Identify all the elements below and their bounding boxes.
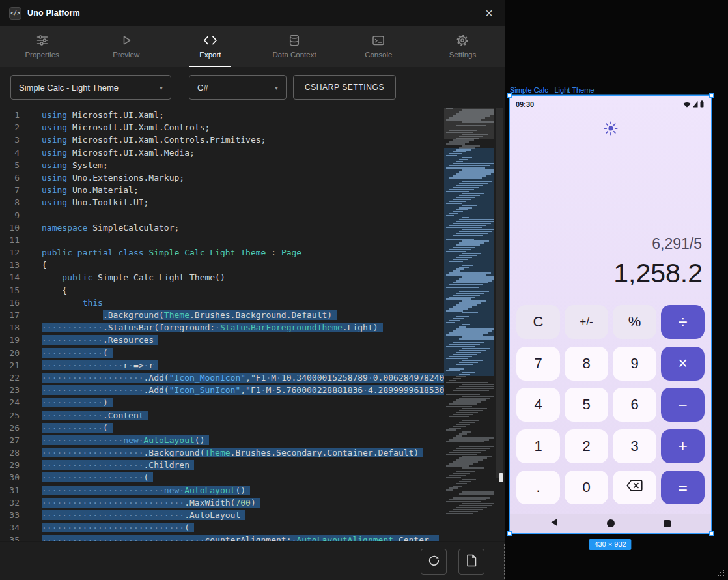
uno-platform-panel: </> Uno Platform × PropertiesPreviewExpo… xyxy=(0,0,505,580)
tab-properties[interactable]: Properties xyxy=(0,26,84,67)
calc-button-divide[interactable]: ÷ xyxy=(661,305,705,339)
line-number: 9 xyxy=(0,209,20,222)
tab-label: Export xyxy=(199,51,221,59)
code-text: ····················.Add("Icon_MoonIcon"… xyxy=(20,371,444,384)
minimap-line xyxy=(456,376,466,377)
code-text: .Background(Theme.Brushes.Background.Def… xyxy=(20,309,337,321)
calc-button-8[interactable]: 8 xyxy=(565,347,608,381)
refresh-button[interactable] xyxy=(421,549,447,575)
tab-settings[interactable]: Settings xyxy=(421,26,505,67)
settings-icon xyxy=(456,33,469,48)
calc-button-equals[interactable]: = xyxy=(661,471,705,504)
export-file-button[interactable] xyxy=(458,549,484,575)
minimap-line xyxy=(459,505,492,506)
theme-toggle-sun-icon[interactable] xyxy=(602,120,619,137)
minimap-line xyxy=(462,360,483,361)
csharp-settings-button[interactable]: CSHARP SETTINGS xyxy=(293,75,396,100)
line-number: 19 xyxy=(0,334,20,346)
phone-artboard[interactable]: 09:30 xyxy=(510,96,711,533)
minimap-line xyxy=(462,217,469,218)
calc-grid: C+/-%÷789×456−123+.0= xyxy=(516,305,705,504)
minimap-line xyxy=(453,354,477,355)
selection-handle-bottom-left[interactable] xyxy=(507,531,512,536)
minimap-line xyxy=(453,450,486,451)
minimap-line xyxy=(453,151,466,152)
calc-button-clear[interactable]: C xyxy=(516,305,560,339)
minimap-line xyxy=(449,272,491,274)
minimap-line xyxy=(446,454,477,455)
selected-text: ················new·AutoLayout() xyxy=(42,435,209,445)
tab-preview[interactable]: Preview xyxy=(84,26,168,67)
minimap-line xyxy=(456,304,477,306)
minimap-line xyxy=(462,456,492,457)
code-line: 19············.Resources xyxy=(0,334,444,346)
calc-button-3[interactable]: 3 xyxy=(613,429,656,463)
code-text: ························new·AutoLayout() xyxy=(20,484,250,497)
code-text xyxy=(20,209,42,222)
calc-button-percent[interactable]: % xyxy=(613,305,656,339)
code-line: 35································counte… xyxy=(0,534,444,541)
minimap-line xyxy=(446,191,469,192)
selection-handle-bottom-right[interactable] xyxy=(709,531,714,536)
code-line: 1using Microsoft.UI.Xaml; xyxy=(0,109,444,121)
calc-button-5[interactable]: 5 xyxy=(565,388,608,422)
selected-text: ····················.Add("Icon_MoonIcon"… xyxy=(42,373,444,383)
minimap-line xyxy=(459,374,470,375)
code-text: { xyxy=(20,284,67,297)
minimap-line xyxy=(459,255,477,256)
calc-button-backspace[interactable] xyxy=(613,471,656,504)
nav-recents-icon[interactable] xyxy=(664,520,671,527)
minimap-line xyxy=(453,378,461,379)
close-icon[interactable]: × xyxy=(483,7,496,20)
minimap-line xyxy=(446,513,473,514)
minimap-line xyxy=(453,437,494,439)
calc-button-2[interactable]: 2 xyxy=(565,429,608,463)
resize-grip[interactable] xyxy=(718,570,725,577)
tab-export[interactable]: Export xyxy=(168,26,252,67)
editor-scrollbar[interactable] xyxy=(496,108,503,478)
tab-label: Properties xyxy=(25,51,59,59)
selection-handle-top-right[interactable] xyxy=(709,93,714,98)
calc-button-plus-minus[interactable]: +/- xyxy=(565,305,608,339)
line-number: 10 xyxy=(0,222,20,234)
calc-button-0[interactable]: 0 xyxy=(565,471,608,504)
code-line: 5using System; xyxy=(0,159,444,171)
line-number: 27 xyxy=(0,434,20,446)
app-window: </> Uno Platform × PropertiesPreviewExpo… xyxy=(0,0,728,580)
calc-button-decimal[interactable]: . xyxy=(516,471,560,504)
design-canvas[interactable]: Simple Calc - Light Theme 09:30 xyxy=(505,0,728,580)
calc-button-4[interactable]: 4 xyxy=(516,388,560,422)
line-number: 21 xyxy=(0,359,20,371)
code-line: 7using Uno.Material; xyxy=(0,184,444,196)
minimap-slider[interactable] xyxy=(444,108,494,139)
calc-button-7[interactable]: 7 xyxy=(516,347,560,381)
nav-home-icon[interactable] xyxy=(607,519,615,527)
calc-button-multiply[interactable]: × xyxy=(661,347,705,381)
minimap-line xyxy=(462,276,494,278)
language-select[interactable]: C# ▾ xyxy=(189,75,287,100)
code-editor[interactable]: 1using Microsoft.UI.Xaml;2using Microsof… xyxy=(0,108,505,541)
minimap-line xyxy=(456,388,494,389)
minimap-line xyxy=(449,403,477,405)
tab-data-context[interactable]: Data Context xyxy=(253,26,337,67)
minimap-line xyxy=(449,439,489,441)
minimap-line xyxy=(456,244,480,246)
minimap-line xyxy=(456,352,481,353)
page-select[interactable]: Simple Calc - Light Theme ▾ xyxy=(10,75,171,100)
calc-button-1[interactable]: 1 xyxy=(516,429,560,463)
calc-button-add[interactable]: + xyxy=(661,429,705,463)
calc-button-9[interactable]: 9 xyxy=(613,347,656,381)
panel-resize-handle[interactable] xyxy=(499,473,503,482)
line-number: 3 xyxy=(0,134,20,146)
artboard-label[interactable]: Simple Calc - Light Theme xyxy=(510,86,594,94)
nav-back-icon[interactable] xyxy=(550,517,558,529)
tab-console[interactable]: Console xyxy=(337,26,421,67)
minimap-line xyxy=(459,386,494,387)
calc-button-6[interactable]: 6 xyxy=(613,388,656,422)
selection-handle-top-left[interactable] xyxy=(507,93,512,98)
selected-text: ····················.Background(Theme.Br… xyxy=(42,448,423,457)
minimap[interactable] xyxy=(444,108,494,541)
minimap-line xyxy=(462,181,492,182)
code-text: ············) xyxy=(20,396,113,409)
calc-button-subtract[interactable]: − xyxy=(661,388,705,422)
